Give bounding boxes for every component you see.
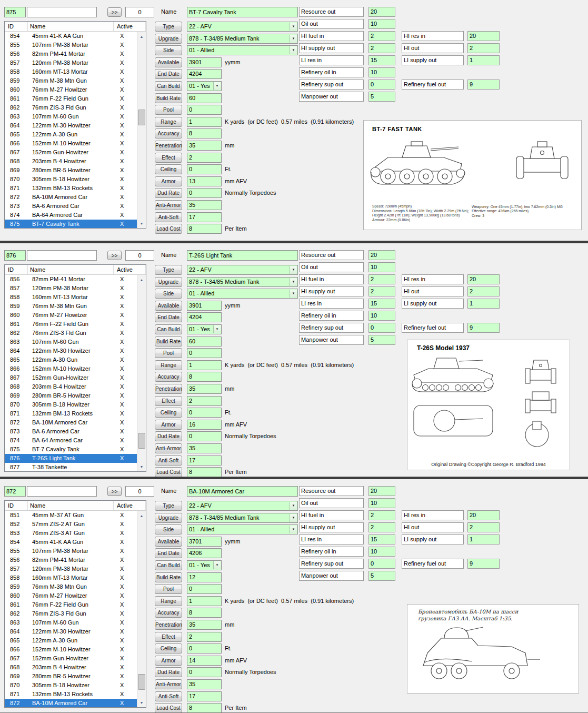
list-item[interactable]: 866 152mm M-10 Howitzer X	[5, 364, 137, 373]
value-field[interactable]: 13	[187, 176, 222, 186]
list-item[interactable]: 872 BA-10M Armored Car X	[5, 418, 137, 427]
value-field[interactable]: 1	[187, 596, 222, 606]
field-label-button[interactable]: Side	[155, 45, 182, 55]
scroll-up-icon[interactable]: ▲	[137, 275, 146, 284]
value-field[interactable]: 3701	[187, 537, 222, 547]
value-field[interactable]: 0	[187, 164, 222, 174]
scroll-thumb[interactable]	[138, 433, 145, 449]
list-item[interactable]: 860 76mm M-27 Howitzer X	[5, 85, 137, 94]
list-scrollbar[interactable]: ▲ ▼	[137, 32, 146, 228]
list-item[interactable]: 863 107mm M-60 Gun X	[5, 112, 137, 121]
econ-value-field[interactable]: 10	[368, 311, 395, 321]
econ-value-field[interactable]: 5	[368, 335, 395, 345]
field-label-button[interactable]: Range	[155, 360, 182, 370]
econ-value-field[interactable]: 20	[368, 7, 395, 17]
value-field[interactable]: 3901	[187, 301, 222, 311]
field-label-button[interactable]: Load Cost	[155, 703, 182, 713]
list-item[interactable]: 856 82mm PM-41 Mortar X	[5, 49, 137, 58]
value-field[interactable]: 8	[187, 224, 222, 234]
econ-value-field[interactable]: 5	[368, 571, 395, 581]
unit-name-field[interactable]: BT-7 Cavalry Tank	[187, 7, 298, 17]
list-item[interactable]: 855 107mm PM-38 Mortar X	[5, 547, 137, 556]
field-label-button[interactable]: Range	[155, 117, 182, 127]
combo-field[interactable]: 01 - Allied	[187, 289, 298, 299]
econ-value-field-2[interactable]: 9	[467, 80, 500, 90]
field-label-button[interactable]: Accuracy	[155, 372, 182, 382]
list-item[interactable]: 861 76mm F-22 Field Gun X	[5, 94, 137, 103]
value-field[interactable]: 8	[187, 467, 222, 477]
list-item[interactable]: 861 76mm F-22 Field Gun X	[5, 600, 137, 609]
field-label-button[interactable]: Anti-Armor	[155, 200, 182, 210]
scroll-down-icon[interactable]: ▼	[137, 462, 146, 471]
econ-value-field-2[interactable]: 9	[467, 559, 500, 569]
field-label-button[interactable]: Load Cost	[155, 467, 182, 477]
value-field[interactable]: 14	[187, 656, 222, 666]
list-item[interactable]: 864 122mm M-30 Howitzer X	[5, 121, 137, 130]
econ-value-field[interactable]: 10	[368, 19, 395, 29]
value-field[interactable]: 35	[187, 443, 222, 453]
list-item[interactable]: 856 82mm PM-41 Mortar X	[5, 275, 137, 284]
field-label-button[interactable]: Available	[155, 537, 182, 547]
list-item[interactable]: 873 BA-6 Armored Car X	[5, 202, 137, 211]
value-field[interactable]: 4204	[187, 69, 222, 79]
field-label-button[interactable]: Build Rate	[155, 336, 182, 346]
field-label-button[interactable]: Anti-Soft	[155, 455, 182, 466]
field-label-button[interactable]: Pool	[155, 105, 182, 115]
combo-field[interactable]: 22 - AFV	[187, 22, 298, 32]
field-label-button[interactable]: Armor	[155, 656, 182, 666]
list-item[interactable]: 860 76mm M-27 Howitzer X	[5, 591, 137, 600]
field-label-button[interactable]: Pool	[155, 584, 182, 594]
field-label-button[interactable]: Anti-Armor	[155, 443, 182, 453]
field-label-button[interactable]: Can Build	[155, 81, 182, 91]
value-field[interactable]: 8	[187, 608, 222, 618]
dropdown-arrow-icon[interactable]	[290, 526, 297, 533]
unit-name-field[interactable]: T-26S Light Tank	[187, 250, 298, 261]
field-label-button[interactable]: End Date	[155, 548, 182, 558]
list-item[interactable]: 871 132mm BM-13 Rockets X	[5, 184, 137, 193]
field-label-button[interactable]: Anti-Soft	[155, 691, 182, 701]
econ-value-field[interactable]: 10	[368, 498, 395, 508]
field-label-button[interactable]: Type	[155, 501, 182, 511]
list-item[interactable]: 857 120mm PM-38 Mortar X	[5, 565, 137, 573]
list-item[interactable]: 870 305mm B-18 Howitzer X	[5, 400, 137, 409]
field-label-button[interactable]: Can Build	[155, 324, 182, 334]
value-field[interactable]: 8	[187, 128, 222, 138]
econ-value-field[interactable]: 0	[368, 559, 395, 569]
list-item[interactable]: 862 76mm ZIS-3 Fld Gun X	[5, 103, 137, 112]
value-field[interactable]: 0	[187, 188, 222, 198]
list-item[interactable]: 864 122mm M-30 Howitzer X	[5, 346, 137, 355]
econ-value-field[interactable]: 10	[368, 262, 395, 272]
econ-value-field[interactable]: 0	[368, 323, 395, 333]
econ-value-field-2[interactable]: 20	[467, 31, 500, 41]
field-label-button[interactable]: Penetration	[155, 141, 182, 151]
field-label-button[interactable]: Anti-Soft	[155, 212, 182, 222]
econ-value-field[interactable]: 2	[368, 274, 395, 284]
value-field[interactable]: 1	[187, 117, 222, 127]
econ-value-field-2[interactable]: 2	[467, 286, 500, 296]
value-field[interactable]: 2	[187, 632, 222, 642]
list-item[interactable]: 872 BA-10M Armored Car X	[5, 699, 137, 708]
value-field[interactable]: 0	[187, 584, 222, 594]
field-label-button[interactable]: Effect	[155, 396, 182, 406]
econ-value-field[interactable]: 2	[368, 522, 395, 532]
list-item[interactable]: 862 76mm ZIS-3 Fld Gun X	[5, 609, 137, 618]
record-id-field[interactable]	[4, 7, 26, 17]
econ-value-field[interactable]: 2	[368, 286, 395, 296]
unit-name-field[interactable]: BA-10M Armored Car	[187, 486, 298, 497]
econ-value-field[interactable]: 15	[368, 55, 395, 65]
field-label-button[interactable]: Ceiling	[155, 164, 182, 174]
econ-value-field-2[interactable]: 2	[467, 43, 500, 53]
list-scrollbar[interactable]: ▲ ▼	[137, 275, 146, 471]
value-field[interactable]: 0	[187, 431, 222, 441]
econ-value-field-2[interactable]: 1	[467, 55, 500, 65]
value-field[interactable]: 01 - Yes	[187, 324, 222, 334]
list-item[interactable]: 867 152mm Gun-Howitzer X	[5, 373, 137, 382]
search-input[interactable]	[27, 7, 97, 17]
value-field[interactable]: 17	[187, 212, 222, 222]
field-label-button[interactable]: Side	[155, 289, 182, 299]
value-field[interactable]: 2	[187, 396, 222, 406]
value-field[interactable]: 8	[187, 703, 222, 713]
list-item[interactable]: 868 203mm B-4 Howitzer X	[5, 663, 137, 672]
dropdown-arrow-icon[interactable]	[290, 46, 297, 54]
value-field[interactable]: 35	[187, 384, 222, 394]
